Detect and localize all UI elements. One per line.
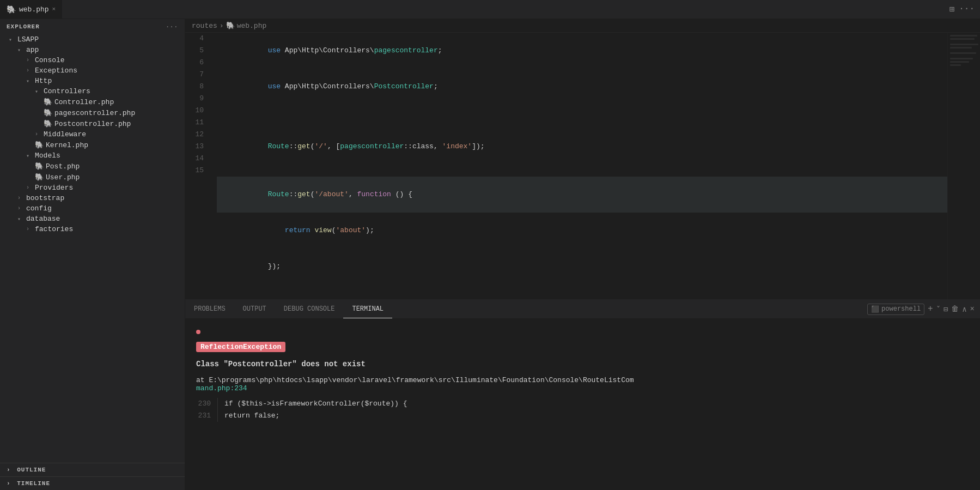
sidebar-item-middleware[interactable]: › Middleware (0, 129, 185, 140)
sidebar-outline-section[interactable]: › OUTLINE (0, 463, 185, 476)
tab-output[interactable]: OUTPUT (234, 300, 275, 318)
tab-debug-console[interactable]: DEBUG CONSOLE (275, 300, 344, 318)
error-message: Class "Postcontroller" does not exist (196, 360, 969, 368)
sidebar-item-http[interactable]: ▾ Http (0, 76, 185, 86)
code-line-11: return view('about'); (217, 213, 947, 249)
svg-rect-6 (950, 58, 973, 59)
kill-terminal-button[interactable]: 🗑 (951, 305, 959, 313)
folder-label: Middleware (44, 130, 86, 138)
line-num: 8 (194, 81, 204, 93)
maximize-panel-button[interactable]: ∧ (962, 305, 966, 314)
svg-rect-3 (950, 44, 978, 45)
breadcrumb-separator: › (220, 22, 224, 30)
file-label: Postcontroller.php (54, 120, 131, 128)
sidebar-item-models[interactable]: ▾ Models (0, 150, 185, 161)
code-line-14: Route::resource('posts',Postcontroller::… (217, 297, 947, 299)
line-num: 11 (194, 117, 204, 129)
editor-tab-web-php[interactable]: 🐘 web.php × (0, 0, 63, 19)
arrow-icon: ▾ (17, 47, 26, 53)
folder-label: factories (35, 225, 73, 233)
explorer-title: EXPLORER (7, 23, 40, 30)
svg-rect-5 (950, 52, 976, 54)
tab-terminal[interactable]: TERMINAL (343, 300, 392, 318)
tab-more-button[interactable]: ··· (959, 4, 975, 15)
line-num: 6 (194, 57, 204, 69)
arrow-icon: › (26, 185, 35, 191)
arrow-icon: ▾ (26, 78, 35, 84)
split-terminal-button[interactable]: ⊟ (944, 305, 948, 314)
line-num: 4 (194, 33, 204, 45)
terminal-dropdown-button[interactable]: ˅ (936, 305, 940, 314)
code-line-13 (217, 285, 947, 297)
code-line-9 (217, 165, 947, 177)
sidebar-more-button[interactable]: ··· (166, 23, 178, 30)
editor-content[interactable]: 4 5 6 7 8 9 10 11 12 13 14 15 use App\ (185, 33, 980, 299)
sidebar-item-database[interactable]: ▾ database (0, 214, 185, 224)
code-line-4: use App\Http\Controllers\pagescontroller… (217, 33, 947, 69)
sidebar-item-postcontroller-php[interactable]: 🐘 Postcontroller.php (0, 118, 185, 129)
php-file-icon: 🐘 (44, 98, 52, 106)
line-num: 7 (194, 69, 204, 81)
close-panel-button[interactable]: × (970, 305, 975, 313)
error-code-line-231: 231 return false; (196, 410, 969, 422)
panel: PROBLEMS OUTPUT DEBUG CONSOLE TERMINAL ⬛… (185, 299, 980, 490)
outline-arrow-icon: › (7, 467, 11, 473)
panel-tabs: PROBLEMS OUTPUT DEBUG CONSOLE TERMINAL ⬛… (185, 300, 980, 319)
php-file-icon: 🐘 (44, 108, 52, 117)
sidebar-item-controllers[interactable]: ▾ Controllers (0, 86, 185, 96)
line-num: 13 (194, 141, 204, 153)
sidebar-item-providers[interactable]: › Providers (0, 183, 185, 193)
svg-rect-1 (950, 35, 977, 37)
terminal-content[interactable]: ReflectionException Class "Postcontrolle… (185, 319, 980, 490)
code-line-5: use App\Http\Controllers\Postcontroller; (217, 69, 947, 105)
code-line-10: Route::get('/about', function () { (217, 177, 947, 213)
sidebar-item-bootstrap[interactable]: › bootstrap (0, 193, 185, 203)
breadcrumb-file: web.php (237, 22, 267, 30)
breadcrumb: routes › 🐘 web.php (185, 19, 980, 33)
new-terminal-button[interactable]: ⬛ powershell (867, 304, 924, 315)
error-at: at E:\programs\php\htdocs\lsapp\vendor\l… (196, 376, 969, 392)
sidebar: EXPLORER ··· ▾ LSAPP ▾ app › Console (0, 19, 185, 490)
sidebar-timeline-section[interactable]: › TIMELINE (0, 476, 185, 490)
arrow-icon: › (17, 205, 26, 211)
sidebar-item-kernel-php[interactable]: 🐘 Kernel.php (0, 140, 185, 150)
php-file-icon: 🐘 (35, 173, 44, 182)
php-file-icon: 🐘 (35, 162, 44, 171)
sidebar-item-app[interactable]: ▾ app (0, 45, 185, 55)
arrow-icon: ▾ (35, 88, 44, 95)
folder-label: database (26, 215, 60, 223)
sidebar-item-pagescontroller-php[interactable]: 🐘 pagescontroller.php (0, 107, 185, 118)
tab-problems[interactable]: PROBLEMS (185, 300, 234, 318)
minimap-visual (948, 33, 980, 142)
minimap (947, 33, 980, 299)
terminal-icon: ⬛ (871, 305, 879, 313)
folder-label: Models (35, 152, 60, 160)
tab-bar: 🐘 web.php × ⊞ ··· (0, 0, 980, 19)
timeline-arrow-icon: › (7, 480, 11, 487)
split-editor-button[interactable]: ⊞ (949, 4, 955, 15)
editor-area: routes › 🐘 web.php 4 5 6 7 8 9 10 11 12 … (185, 19, 980, 490)
sidebar-item-config[interactable]: › config (0, 203, 185, 214)
php-file-icon: 🐘 (44, 119, 52, 128)
error-code-line-230: 230 if ($this->isFrameworkController($ro… (196, 398, 969, 410)
timeline-label: TIMELINE (17, 480, 50, 487)
svg-rect-4 (950, 47, 972, 49)
sidebar-item-lsapp[interactable]: ▾ LSAPP (0, 34, 185, 45)
sidebar-item-user-php[interactable]: 🐘 User.php (0, 172, 185, 183)
add-terminal-button[interactable]: + (928, 304, 933, 314)
sidebar-item-post-php[interactable]: 🐘 Post.php (0, 161, 185, 172)
error-code-block: 230 if ($this->isFrameworkController($ro… (196, 398, 969, 422)
folder-label: bootstrap (26, 194, 64, 202)
php-tab-icon: 🐘 (7, 5, 16, 14)
sidebar-item-exceptions[interactable]: › Exceptions (0, 65, 185, 76)
code-area: 4 5 6 7 8 9 10 11 12 13 14 15 use App\ (185, 33, 980, 299)
arrow-icon: › (26, 226, 35, 232)
folder-label: Console (35, 56, 65, 64)
tab-label: web.php (19, 5, 49, 14)
sidebar-item-factories[interactable]: › factories (0, 224, 185, 234)
sidebar-item-controller-php[interactable]: 🐘 Controller.php (0, 96, 185, 107)
sidebar-item-console[interactable]: › Console (0, 55, 185, 65)
tab-close-button[interactable]: × (52, 6, 56, 13)
line-num: 12 (194, 129, 204, 141)
arrow-icon: › (17, 195, 26, 201)
